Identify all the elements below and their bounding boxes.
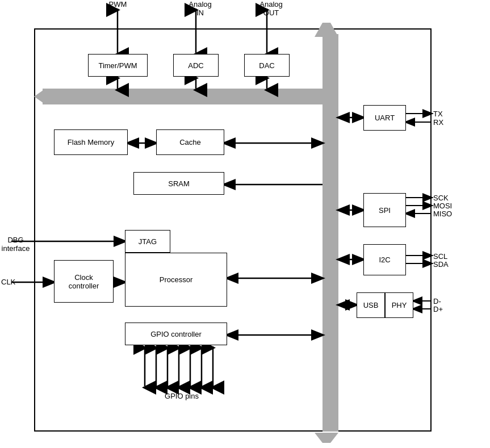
tx-label: TX	[433, 110, 443, 118]
mosi-label: MOSI	[433, 202, 452, 210]
cache-label: Cache	[179, 138, 201, 146]
cache-box: Cache	[156, 129, 224, 155]
sck-label: SCK	[433, 194, 449, 202]
usb-box: USB	[357, 292, 385, 318]
flash-label: Flash Memory	[68, 138, 114, 146]
dac-box: DAC	[244, 54, 290, 77]
diagram-container: Timer/PWM ADC DAC Flash Memory Cache SRA…	[0, 0, 490, 448]
d-minus-label: D-	[433, 297, 441, 305]
gpio-pins-label: GPIO pins	[159, 392, 204, 400]
d-plus-label: D+	[433, 305, 443, 313]
main-border	[34, 28, 432, 432]
processor-box: Processor	[125, 253, 227, 307]
clk-label: CLK	[1, 278, 15, 286]
analog-in-label: AnalogIN	[185, 0, 216, 17]
uart-label: UART	[375, 114, 395, 122]
gpio-label: GPIO controller	[150, 330, 202, 338]
rx-label: RX	[433, 118, 443, 127]
dbg-label: DBGinterface	[0, 236, 31, 253]
uart-box: UART	[363, 105, 406, 131]
spi-box: SPI	[363, 193, 406, 227]
clock-box: Clock controller	[54, 260, 114, 303]
jtag-box: JTAG	[125, 230, 170, 253]
flash-memory-box: Flash Memory	[54, 129, 128, 155]
analog-out-label: AnalogOUT	[256, 0, 287, 17]
i2c-box: I2C	[363, 244, 406, 275]
sram-label: SRAM	[168, 179, 190, 188]
gpio-box: GPIO controller	[125, 323, 227, 345]
spi-label: SPI	[379, 206, 391, 215]
phy-box: PHY	[385, 292, 413, 318]
sram-box: SRAM	[133, 172, 224, 195]
scl-label: SCL	[433, 252, 447, 261]
i2c-label: I2C	[379, 256, 390, 264]
timer-pwm-box: Timer/PWM	[88, 54, 148, 77]
dac-label: DAC	[259, 61, 274, 70]
processor-label: Processor	[160, 275, 193, 284]
sda-label: SDA	[433, 260, 449, 269]
clock-label: Clock controller	[69, 273, 99, 290]
usb-label: USB	[363, 301, 379, 309]
phy-label: PHY	[392, 301, 407, 309]
timer-pwm-label: Timer/PWM	[98, 61, 137, 70]
miso-label: MISO	[433, 210, 452, 218]
adc-label: ADC	[188, 61, 203, 70]
jtag-label: JTAG	[139, 237, 157, 246]
adc-box: ADC	[173, 54, 219, 77]
pwm-label: PWM	[105, 0, 131, 9]
svg-marker-2	[315, 433, 338, 443]
